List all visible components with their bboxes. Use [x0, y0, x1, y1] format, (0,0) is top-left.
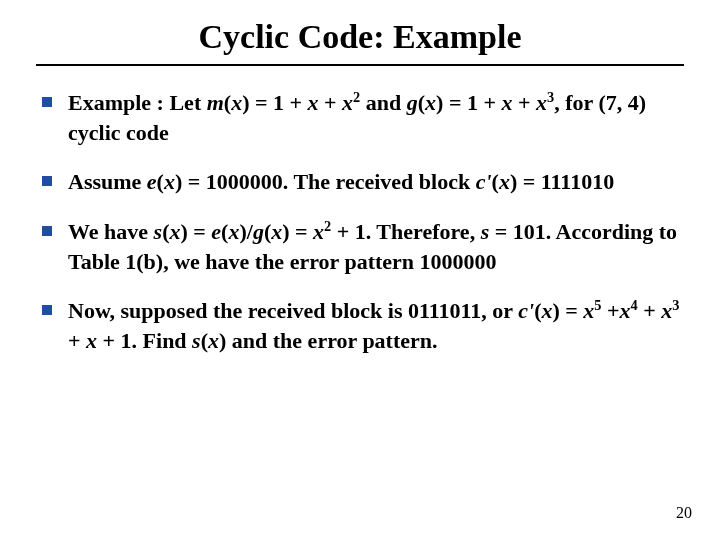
title-underline — [36, 64, 684, 66]
bullet-marker-icon — [42, 176, 52, 186]
list-item: Now, supposed the received block is 0111… — [42, 296, 684, 355]
slide-title: Cyclic Code: Example — [36, 18, 684, 64]
slide: Cyclic Code: Example Example : Let m(x) … — [0, 0, 720, 540]
bullet-text: We have s(x) = e(x)/g(x) = x2 + 1. There… — [68, 217, 684, 276]
list-item: Example : Let m(x) = 1 + x + x2 and g(x)… — [42, 88, 684, 147]
page-number: 20 — [676, 504, 692, 522]
bullet-list: Example : Let m(x) = 1 + x + x2 and g(x)… — [36, 88, 684, 356]
bullet-text: Assume e(x) = 1000000. The received bloc… — [68, 167, 614, 197]
bullet-marker-icon — [42, 305, 52, 315]
bullet-marker-icon — [42, 97, 52, 107]
list-item: We have s(x) = e(x)/g(x) = x2 + 1. There… — [42, 217, 684, 276]
list-item: Assume e(x) = 1000000. The received bloc… — [42, 167, 684, 197]
bullet-marker-icon — [42, 226, 52, 236]
bullet-text: Example : Let m(x) = 1 + x + x2 and g(x)… — [68, 88, 684, 147]
bullet-text: Now, supposed the received block is 0111… — [68, 296, 684, 355]
